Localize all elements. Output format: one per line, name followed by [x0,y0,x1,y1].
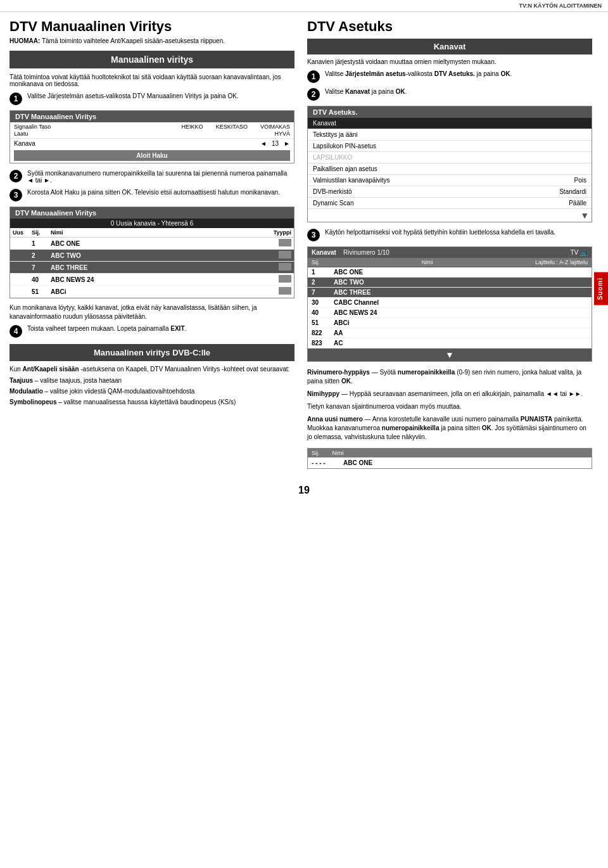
step1-circle: 1 [10,93,22,105]
list-item: Tekstitys ja ääni [308,129,592,141]
asetuks-row-label: Lapsilukon PIN-asetus [313,143,376,150]
col-uus-header: Uus [13,229,32,236]
channel-list-header: Uus Sij. Nimi Tyyppi [10,228,294,238]
col-sij-header: Sij. [32,229,51,236]
step2-row-right: 2 Valitse Kanavat ja paina OK. [307,88,592,101]
list-item: Paikallisen ajan asetus [308,163,592,175]
asetuks-row-value: Standardi [559,188,586,195]
col-tyyppi-cell [266,239,291,248]
col-tyyppi-cell [266,263,291,272]
kanavat-box: Kanavat Rivinumero 1/10 TV 📺 Sij. Nimi L… [307,246,592,362]
step2-text: Syötä monikanavanumero numeropainikkeill… [27,170,294,184]
channel-list-box: DTV Manuaalinen Viritys 0 Uusia kanavia … [10,207,294,298]
step3-row: 3 Korosta Aloit Haku ja paina sitten OK.… [10,189,294,201]
channel-list-subtitle: 0 Uusia kanavia - Yhteensä 6 [10,219,294,228]
header-title: TV:N KÄYTÖN ALOITTAMINEN [519,3,602,9]
quality-label: Laatu [14,131,28,137]
anna-uusi-numero: Anna uusi numero — Anna korostetulle kan… [307,415,592,442]
kanavat-nimi-cell: CABC Channel [334,299,588,306]
list-item: 51 ABCi [10,286,294,298]
extra-text: Tietyn kanavan sijaintinumeroa voidaan m… [307,402,592,411]
kanavat-nimi-cell: AC [334,340,588,347]
kanavat-sij-cell: 51 [312,319,334,326]
kanavat-nimi-cell: ABC THREE [334,289,588,296]
list-item: 7 ABC THREE [308,288,592,298]
list-item: 2 ABC TWO [10,250,294,262]
step3-text: Korosta Aloit Haku ja paina sitten OK. T… [27,189,294,196]
list-item: 1 ABC ONE [10,238,294,250]
heikko-label: HEIKKO [182,124,203,130]
step1-row-right: 1 Valitse Järjestelmän asetus-valikosta … [307,70,592,83]
list-item: 30 CABC Channel [308,298,592,308]
hyva-label: HYVÄ [274,131,290,137]
col-tyyppi-cell [266,287,291,296]
dtv-menu-box: DTV Manuaalinen Viritys Signaalin Taso H… [10,110,294,163]
step3-circle-right: 3 [307,229,320,241]
step2-row: 2 Syötä monikanavanumero numeropainikkei… [10,170,294,184]
suomi-sidebar: Suomi [594,272,608,305]
list-item: Lapsilukon PIN-asetus [308,141,592,152]
list-item: 51 ABCi [308,318,592,328]
asetuks-box: DTV Asetuks. Kanavat Tekstitys ja ääni L… [307,106,592,222]
asetuks-row-label: LAPSILUKKO [313,154,352,161]
kanavat-sij-cell: 30 [312,299,334,306]
kanavat-sub-header: Sij. Nimi Lajittelu : A-Z lajittelu [308,258,592,267]
kanavat-nimi-cell: ABC ONE [334,269,588,276]
dvbc-item-modulaatio: Modulaatio – valitse jokin viidestä QAM-… [10,387,294,396]
main-title-right: DTV Asetuks [307,18,592,35]
step1-row: 1 Valitse Järjestelmän asetus-valikosta … [10,93,294,105]
kanavat-sij-cell: 7 [312,289,334,296]
asetuks-row-label: Paikallisen ajan asetus [313,165,377,172]
asetuks-scroll: ▼ [308,209,592,222]
right-column: DTV Asetuks Kanavat Kanavien järjestystä… [307,18,592,469]
manuaalinen-desc: Tätä toimintoa voivat käyttää huoltotekn… [10,73,294,87]
list-item: LAPSILUKKO [308,152,592,163]
kanava-left-arrow: ◄ [260,140,267,147]
col-nimi-cell: ABC NEWS 24 [51,276,266,283]
kanavat-sij-cell: 40 [312,309,334,316]
asetuks-row-value: Päälle [569,200,586,207]
menu-box-title: DTV Manuaalinen Viritys [10,111,294,122]
kanavat-nimi-cell: ABC NEWS 24 [334,309,588,316]
step4-text: Toista vaiheet tarpeen mukaan. Lopeta pa… [27,325,294,332]
col-nimi-header: Nimi [51,229,266,236]
step3-row-right: 3 Käytön helpottamiseksi voit hypätä tie… [307,229,592,241]
asetuks-row-label: Valmiustilan kanavapäivitys [313,177,390,184]
kanavat-header-right: TV 📺 [570,249,588,256]
aloit-haku-button[interactable]: Aloit Haku [14,150,290,161]
step3-text-right: Käytön helpottamiseksi voit hypätä tiett… [325,229,592,236]
channel-note: Kun monikanava löytyy, kaikki kanavat, j… [10,303,294,321]
warning-text: HUOMAA: Tämä toiminto vaihtelee Ant/Kaap… [10,37,294,44]
keskitaso-label: KESKITASO [216,124,248,130]
step2-text-right: Valitse Kanavat ja paina OK. [325,88,592,95]
list-item: Dynamic Scan Päälle [308,198,592,209]
dvbc-title-box: Manuaalinen viritys DVB-C:lle [10,344,294,361]
list-item: 7 ABC THREE [10,262,294,274]
kanavat-sij-cell: 1 [312,269,334,276]
kanavat-nimi-cell: ABC TWO [334,279,588,286]
signal-label: Signaalin Taso [14,124,51,130]
list-item: 1 ABC ONE [308,267,592,278]
kanavat-desc: Kanavien järjestystä voidaan muuttaa omi… [307,58,592,65]
dvbc-item-symbolinopeus: Symbolinopeus – valitse manuaalisessa ha… [10,398,294,407]
kanavat-rows-right: 1 ABC ONE 2 ABC TWO 7 ABC THREE 30 CABC … [308,267,592,348]
voimakas-label: VOIMAKAS [260,124,290,130]
asetuks-row-label: DVB-merkistö [313,188,352,195]
kanavat-sij-cell: 823 [312,340,334,347]
kanavat-box-header: Kanavat Rivinumero 1/10 TV 📺 [308,247,592,258]
manuaalinen-title-box: Manuaalinen viritys [10,51,294,68]
list-item: Kanavat [308,118,592,129]
asetuks-row-label: Tekstitys ja ääni [313,131,358,138]
kanavat-sij-cell: 2 [312,279,334,286]
col-nimi-cell: ABC ONE [51,240,266,247]
asetuks-rows: Kanavat Tekstitys ja ääni Lapsilukon PIN… [308,118,592,209]
list-item: 40 ABC NEWS 24 [10,274,294,286]
kanavat-sij-cell: 822 [312,329,334,336]
main-title-left: DTV Manuaalinen Viritys [10,18,294,35]
kanavat-subtitle: Kanavat [307,39,592,54]
kanava-row: Kanava ◄ 13 ► [10,138,294,148]
header-bar: TV:N KÄYTÖN ALOITTAMINEN [0,0,608,12]
col-sij-cell: 7 [32,264,51,271]
list-item: 40 ABC NEWS 24 [308,308,592,318]
page-number: 19 [0,485,608,502]
